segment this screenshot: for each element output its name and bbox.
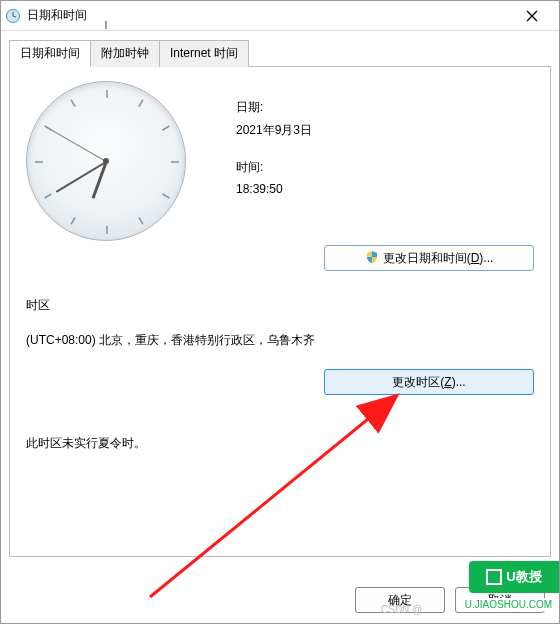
- tab-datetime[interactable]: 日期和时间: [9, 40, 91, 67]
- svg-line-11: [163, 194, 170, 198]
- close-button[interactable]: [509, 1, 555, 31]
- svg-line-17: [150, 397, 395, 597]
- app-icon: [5, 8, 21, 24]
- change-timezone-row: 更改时区(Z)...: [26, 369, 534, 395]
- tab-internet-time[interactable]: Internet 时间: [159, 40, 249, 67]
- svg-line-15: [45, 126, 52, 130]
- shield-icon: [365, 250, 379, 267]
- svg-line-10: [163, 126, 170, 130]
- badge-text: U教授: [506, 568, 541, 586]
- datetime-info: 日期: 2021年9月3日 时间: 18:39:50: [206, 81, 312, 241]
- ujiaoshou-badge: U教授: [469, 561, 559, 593]
- change-datetime-button[interactable]: 更改日期和时间(D)...: [324, 245, 534, 271]
- time-label: 时间:: [236, 159, 312, 176]
- svg-line-9: [139, 100, 143, 107]
- close-icon: [526, 10, 538, 22]
- clock-ticks: [27, 82, 187, 242]
- tabs-row: 日期和时间 附加时钟 Internet 时间: [9, 39, 551, 67]
- svg-line-16: [71, 100, 75, 107]
- window-title: 日期和时间: [27, 7, 87, 24]
- svg-line-12: [139, 218, 143, 225]
- tab-additional-clocks[interactable]: 附加时钟: [90, 40, 160, 67]
- ujiaoshou-url: U.JIAOSHOU.COM: [462, 598, 555, 611]
- change-datetime-label: 更改日期和时间(D)...: [383, 250, 494, 267]
- tabs-container: 日期和时间 附加时钟 Internet 时间: [1, 31, 559, 557]
- svg-line-13: [71, 218, 75, 225]
- timezone-section-label: 时区: [26, 297, 534, 314]
- clock-wrap: [26, 81, 206, 241]
- analog-clock: [26, 81, 186, 241]
- change-timezone-label: 更改时区(Z)...: [392, 374, 465, 391]
- timezone-value: (UTC+08:00) 北京，重庆，香港特别行政区，乌鲁木齐: [26, 332, 534, 349]
- badge-square-icon: [486, 569, 502, 585]
- change-timezone-button[interactable]: 更改时区(Z)...: [324, 369, 534, 395]
- tab-panel: 日期: 2021年9月3日 时间: 18:39:50 更改日期和时间(D)...…: [9, 67, 551, 557]
- datetime-section: 日期: 2021年9月3日 时间: 18:39:50: [26, 81, 534, 241]
- titlebar: 日期和时间: [1, 1, 559, 31]
- time-value: 18:39:50: [236, 182, 312, 196]
- date-value: 2021年9月3日: [236, 122, 312, 139]
- change-datetime-row: 更改日期和时间(D)...: [26, 245, 534, 271]
- csdn-watermark: CSDN @: [381, 604, 422, 615]
- svg-line-14: [45, 194, 52, 198]
- date-label: 日期:: [236, 99, 312, 116]
- dst-info-text: 此时区未实行夏令时。: [26, 435, 534, 452]
- annotation-arrow: [140, 387, 420, 607]
